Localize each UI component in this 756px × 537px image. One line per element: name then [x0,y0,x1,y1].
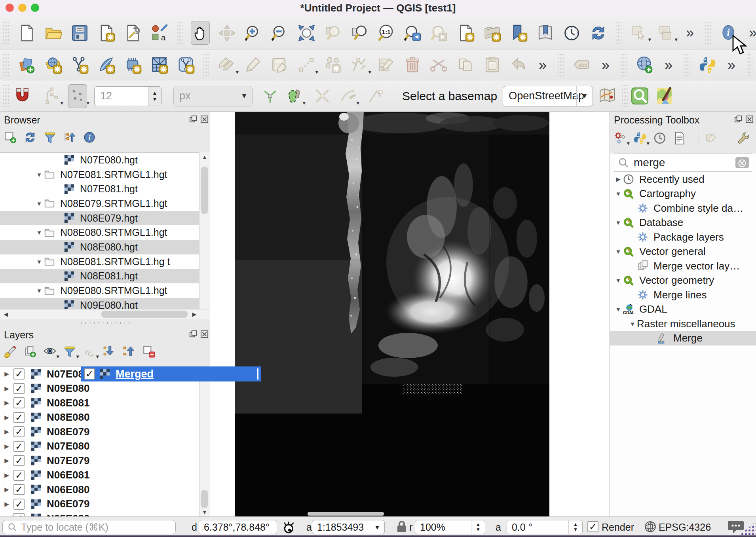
close-panel-icon[interactable] [200,115,209,125]
zoom-to-layer-button[interactable] [350,21,369,45]
zoom-in-button[interactable] [244,21,263,45]
zoom-out-button[interactable] [270,21,289,45]
coordinate-input[interactable]: 6.378°,78.848° [199,520,277,534]
scroll-right-icon[interactable]: ▶ [189,311,199,317]
browser-item[interactable]: ▼N09E080.SRTMGL1.hgt [0,283,210,298]
delete-selected-button[interactable] [403,53,422,77]
cut-features-button[interactable] [429,53,448,77]
scale-combobox[interactable]: 1:1853493 ▼ [312,520,385,534]
chevron-down-icon[interactable]: ▼ [576,86,593,106]
add-feature-button[interactable] [323,53,342,77]
processing-log-icon[interactable] [672,131,687,145]
expand-arrow-icon[interactable]: ▶ [0,399,13,406]
expand-arrow-icon[interactable]: ▶ [0,472,13,479]
stepper-icons[interactable]: ▲▼ [568,520,582,534]
zoom-to-selection-button[interactable] [323,21,342,45]
temporal-controller-button[interactable] [562,21,581,45]
scrollbar-thumb[interactable] [201,490,208,508]
python-console-button[interactable] [698,53,717,77]
paste-features-button[interactable] [482,53,501,77]
layer-item[interactable]: ▶✓N08E081 [0,396,210,410]
browser-item[interactable]: N08E079.hgt [0,211,210,226]
self-snapping-button[interactable] [365,84,384,108]
browser-item[interactable]: N07E080.hgt [0,153,210,167]
layer-visibility-checkbox[interactable]: ✓ [13,368,25,380]
float-panel-icon[interactable] [734,115,743,125]
save-project-button[interactable] [70,21,89,45]
topological-editing-button[interactable] [260,84,279,108]
toolbox-item[interactable]: ▼GDALGDAL [610,302,756,317]
modify-attributes-button[interactable] [376,53,395,77]
toolbox-item[interactable]: ▼Database [610,216,756,230]
dropdown-arrow-icon[interactable]: ▾ [86,99,89,106]
properties-info-icon[interactable]: i [82,130,97,144]
browser-item[interactable]: N07E081.hgt [0,182,210,196]
expand-arrow-icon[interactable]: ▶ [614,176,623,183]
close-panel-icon[interactable] [745,115,754,125]
messages-icon[interactable] [728,519,744,533]
processing-options-icon[interactable] [731,131,751,145]
collapse-arrow-icon[interactable]: ▼ [35,229,44,236]
add-selected-layers-icon[interactable] [3,130,17,144]
rotation-spinbox[interactable]: 0.0 ° ▲▼ [507,520,583,534]
scroll-down-icon[interactable]: ▼ [199,509,210,515]
toolbox-item[interactable]: ▼Raster miscellaneous [610,317,756,331]
snapping-type-button[interactable]: ▾ [42,84,61,108]
metasearch-add-service-button[interactable] [635,53,654,77]
new-geopackage-layer-button[interactable] [44,53,63,77]
expand-arrow-icon[interactable]: ▶ [0,370,13,378]
toolbar-overflow-icon[interactable]: » [728,57,735,74]
undo-button[interactable] [509,53,528,77]
chevron-down-icon[interactable]: ▼ [236,86,252,106]
zoom-full-extent-button[interactable] [297,21,316,45]
filter-browser-icon[interactable] [43,130,57,144]
select-features-button[interactable]: ▾ [630,21,649,45]
layer-visibility-checkbox[interactable]: ✓ [13,441,25,452]
crs-globe-icon[interactable] [644,520,657,534]
toggle-extents-icon[interactable] [280,519,296,533]
lock-scale-icon[interactable] [396,520,408,534]
toolbar-overflow-icon[interactable]: » [665,57,672,74]
pan-map-button[interactable] [191,21,210,45]
close-panel-icon[interactable] [200,330,209,340]
zoom-native-resolution-button[interactable]: 1:1 [376,21,395,45]
processing-scripts-icon[interactable]: ▾ [633,131,647,145]
expand-arrow-icon[interactable]: ▶ [0,385,13,392]
collapse-arrow-icon[interactable]: ▼ [628,321,637,327]
layer-checkbox[interactable]: ✓ [84,368,95,380]
snapping-mode-button[interactable]: ▾ [68,84,87,108]
layer-item[interactable]: ▶✓N06E081 [0,468,210,483]
save-layer-edits-button[interactable] [270,53,289,77]
layer-item[interactable]: ▶✓N05E080 [0,511,210,517]
toolbar-overflow-icon[interactable]: » [749,25,756,41]
new-virtual-layer-button[interactable] [176,53,195,77]
layer-item[interactable]: ▶✓N06E079 [0,497,210,512]
enable-tracing-button[interactable]: ▾ [338,84,357,108]
toolbox-item[interactable]: Merge [610,331,756,346]
manage-visibility-icon[interactable]: ▾ [43,344,57,359]
add-group-icon[interactable] [23,344,37,359]
chevron-down-icon[interactable]: ▼ [370,520,384,534]
toolbar-overflow-icon[interactable]: » [602,57,610,74]
layer-visibility-checkbox[interactable]: ✓ [13,455,25,466]
expand-arrow-icon[interactable]: ▶ [0,428,13,435]
float-panel-icon[interactable] [189,330,198,340]
new-temporary-layer-button[interactable] [123,53,142,77]
toolbar-overflow-icon[interactable]: » [686,25,694,41]
collapse-all-icon[interactable] [63,130,77,144]
label-toolbar-button[interactable]: abc [572,53,591,77]
snap-tolerance[interactable]: 12▲▼ [94,86,161,106]
vertex-tool-button[interactable]: ▾ [350,53,369,77]
filter-legend-icon[interactable]: ▾ [63,344,77,359]
toolbox-search-field[interactable]: merge ⨂ [614,154,752,172]
browser-item[interactable]: N09E080.hgt [0,298,210,309]
toggle-editing-button[interactable] [244,53,263,77]
expression-filter-icon[interactable]: ε▾ [82,344,97,359]
toolbar-overflow-icon[interactable]: » [539,57,547,74]
render-checkbox[interactable]: ✓ [587,521,598,535]
stepper-icons[interactable]: ▲▼ [471,520,485,534]
dropdown-arrow-icon[interactable]: ▾ [60,99,63,106]
layer-item[interactable]: ▶✓N07E079 [0,454,210,468]
panel-splitter-handle[interactable] [79,321,131,325]
new-spatial-bookmark-button[interactable] [509,21,528,45]
